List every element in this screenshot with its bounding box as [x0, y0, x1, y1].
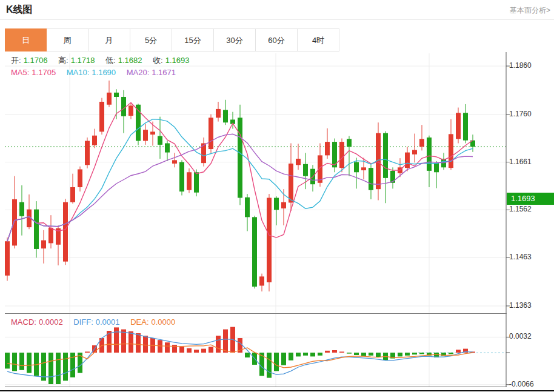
low-value: 1.1682 — [118, 56, 142, 65]
candlestick-canvas[interactable] — [0, 52, 554, 314]
ohlc-readout: 开:1.1706 高:1.1718 低:1.1682 收:1.1693 — [11, 55, 192, 66]
macd-axis-label: 0.0032 — [509, 332, 532, 341]
close-label: 收: — [153, 56, 163, 65]
price-axis-label: 1.1363 — [509, 301, 532, 310]
price-axis-label: 1.1760 — [509, 110, 532, 118]
tab-4hour[interactable]: 4时 — [298, 28, 339, 51]
open-label: 开: — [11, 56, 21, 65]
macd-readout: MACD:0.0002 DIFF:0.0001 DEA:0.0000 — [11, 317, 178, 327]
tab-month[interactable]: 月 — [88, 28, 130, 51]
close-value: 1.1693 — [165, 56, 190, 65]
ma5-label: MA5: — [11, 68, 29, 77]
dea-label: DEA: — [130, 317, 149, 327]
macd-label: MACD: — [11, 317, 36, 327]
ma-readout: MA5:1.1705 MA10:1.1690 MA20:1.1671 — [11, 68, 178, 77]
fundamental-analysis-link[interactable]: 基本面分析> — [510, 5, 550, 16]
low-label: 低: — [105, 56, 116, 65]
tab-5min[interactable]: 5分 — [130, 28, 172, 51]
diff-value: 0.0001 — [96, 317, 120, 327]
high-label: 高: — [58, 56, 68, 65]
ma10-value: 1.1690 — [92, 68, 116, 77]
diff-label: DIFF: — [73, 317, 93, 327]
macd-axis-line — [506, 314, 510, 387]
panel-divider — [5, 313, 507, 314]
ma10-label: MA10: — [67, 68, 90, 77]
ma20-label: MA20: — [127, 68, 150, 77]
dea-value: 0.0000 — [152, 317, 176, 327]
ma20-value: 1.1671 — [152, 68, 176, 77]
current-price-value: 1.1693 — [507, 193, 554, 205]
kline-page: K线图 基本面分析> 日周月5分15分30分60分4时 开:1.1706 高:1… — [0, 0, 554, 392]
tab-15min[interactable]: 15分 — [172, 28, 214, 51]
chart-area: 开:1.1706 高:1.1718 低:1.1682 收:1.1693 MA5:… — [0, 52, 554, 392]
open-value: 1.1706 — [24, 56, 48, 65]
macd-axis-label: -0.0066 — [509, 380, 534, 388]
tab-week[interactable]: 周 — [47, 28, 88, 51]
price-axis-label: 1.1562 — [509, 205, 532, 213]
current-price-badge: 1.1693 — [507, 193, 554, 205]
price-axis-label: 1.1661 — [509, 158, 532, 166]
page-title: K线图 — [6, 4, 33, 16]
page-bottom-border — [0, 390, 554, 391]
candles — [5, 81, 475, 291]
title-bar: K线图 基本面分析> — [0, 0, 554, 20]
timeframe-tabs: 日周月5分15分30分60分4时 — [5, 28, 339, 51]
price-axis-label: 1.1860 — [509, 61, 532, 70]
price-axis-label: 1.1463 — [509, 253, 532, 261]
ma5-value: 1.1705 — [32, 68, 56, 77]
macd-bottom-border — [5, 387, 507, 387]
tab-60min[interactable]: 60分 — [256, 28, 298, 51]
high-value: 1.1718 — [71, 56, 95, 65]
tab-30min[interactable]: 30分 — [214, 28, 256, 51]
macd-value: 0.0002 — [39, 317, 63, 327]
tab-day[interactable]: 日 — [5, 28, 47, 51]
macd-histogram — [5, 327, 475, 384]
price-axis-line — [506, 52, 510, 314]
